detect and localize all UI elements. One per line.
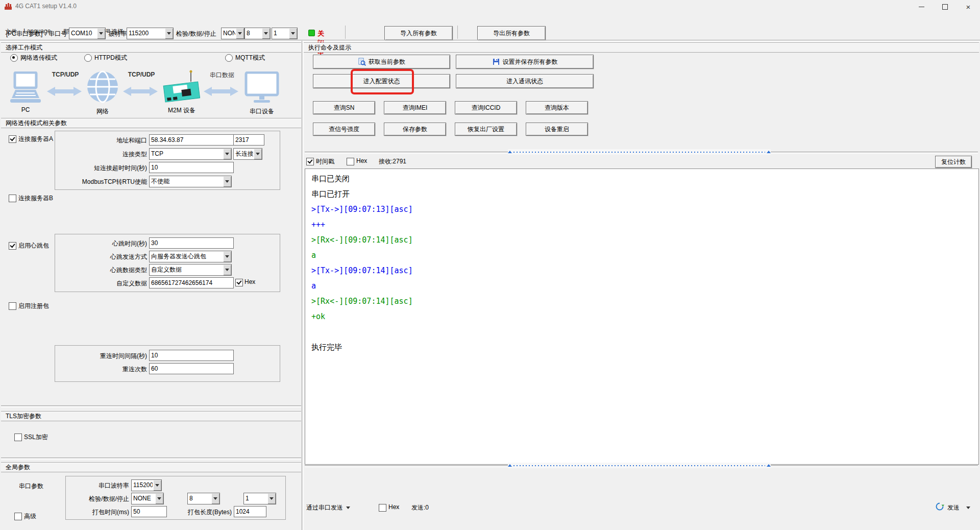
chevron-down-icon[interactable] <box>211 493 219 504</box>
import-params-button[interactable]: 导入所有参数 <box>384 26 453 40</box>
chevron-down-icon[interactable] <box>262 28 270 39</box>
log-hex-checkbox[interactable] <box>347 158 354 165</box>
chevron-down-icon[interactable] <box>254 149 262 159</box>
factory-reset-button[interactable]: 恢复出厂设置 <box>455 123 517 136</box>
baud-label: 波特率 <box>109 30 127 38</box>
send-button[interactable]: 发送 <box>947 503 960 512</box>
serial-baud-select[interactable]: 115200 <box>131 479 162 491</box>
server-port-input[interactable]: 2317 <box>233 134 264 146</box>
radio-httpd-mode[interactable] <box>84 54 92 62</box>
radio-mqtt-mode[interactable] <box>225 54 233 62</box>
log-line: +++ <box>311 220 325 229</box>
stopbits-select[interactable]: 1 <box>272 28 298 39</box>
save-params-button[interactable]: 保存参数 <box>384 123 446 136</box>
left-right-arrow-icon <box>121 86 159 97</box>
chevron-down-icon[interactable] <box>236 28 244 39</box>
packtime-input[interactable]: 50 <box>131 506 167 517</box>
baud-select[interactable]: 115200 <box>127 28 174 39</box>
send-channel-label: 通过串口发送 <box>306 503 343 512</box>
server-address-input[interactable]: 58.34.63.87 <box>149 134 234 146</box>
register-checkbox[interactable] <box>9 302 16 310</box>
heartbeat-type-select[interactable]: 自定义数据 <box>149 264 232 276</box>
splitter-handle[interactable] <box>508 149 771 155</box>
heartbeat-dest-select[interactable]: 向服务器发送心跳包 <box>149 251 232 262</box>
chevron-down-icon[interactable] <box>223 149 231 159</box>
device-reboot-button[interactable]: 设备重启 <box>526 123 588 136</box>
export-params-button[interactable]: 导出所有参数 <box>477 26 546 40</box>
serial-parity-select[interactable]: NONE <box>131 493 164 504</box>
chevron-down-icon[interactable] <box>153 480 161 491</box>
modbus-rtu-select[interactable]: 不使能 <box>149 176 232 187</box>
get-params-button[interactable]: 获取当前参数 <box>313 55 450 69</box>
chevron-down-icon[interactable] <box>966 507 970 509</box>
reconnect-interval-label: 重连时间间隔(秒) <box>56 352 147 360</box>
log-textarea[interactable]: 串口已关闭串口已打开>[Tx->][09:07:13][asc]+++>[Rx<… <box>305 168 979 465</box>
enter-comm-button[interactable]: 进入通讯状态 <box>456 74 594 88</box>
section-tls: TLS加密参数 <box>1 412 301 421</box>
short-conn-timeout-input[interactable]: 10 <box>149 162 234 173</box>
server-a-checkbox[interactable] <box>9 135 16 143</box>
radio-transparent-mode[interactable] <box>10 54 18 62</box>
chevron-down-icon[interactable] <box>165 28 173 39</box>
server-b-label: 连接服务器B <box>18 194 53 203</box>
parity-select[interactable]: NONE <box>221 28 244 39</box>
query-version-button[interactable]: 查询版本 <box>526 101 588 114</box>
radio-mqtt-label: MQTT模式 <box>235 54 265 62</box>
send-channel-dropdown[interactable]: 通过串口发送 <box>306 503 350 512</box>
serial-databits-select[interactable]: 8 <box>187 493 220 504</box>
heartbeat-hex-checkbox[interactable] <box>235 279 243 286</box>
chevron-down-icon[interactable] <box>223 251 231 262</box>
section-global: 全局参数 <box>1 463 301 472</box>
conn-keep-select[interactable]: 长连接 <box>233 148 262 160</box>
close-icon[interactable]: × <box>957 0 980 13</box>
short-conn-timeout-label: 短连接超时时间(秒) <box>56 164 147 173</box>
reset-counter-button[interactable]: 复位计数 <box>935 156 972 168</box>
ssl-checkbox[interactable] <box>14 433 22 441</box>
annotation-highlight <box>351 69 414 94</box>
diagram-link1-label: TCP/UDP <box>47 71 84 78</box>
chevron-down-icon[interactable] <box>267 493 276 504</box>
databits-select[interactable]: 8 <box>244 28 271 39</box>
query-sn-button[interactable]: 查询SN <box>313 101 375 114</box>
send-hex-checkbox[interactable] <box>379 504 386 512</box>
server-b-checkbox[interactable] <box>9 195 16 202</box>
query-iccid-button[interactable]: 查询ICCID <box>455 101 517 114</box>
log-line: a <box>311 251 316 260</box>
collapse-arrow-icon <box>767 464 771 467</box>
query-imei-button[interactable]: 查询IMEI <box>384 101 446 114</box>
radio-httpd-label: HTTPD模式 <box>94 54 127 62</box>
diagram-node-network-label: 网络 <box>85 107 120 116</box>
com-port-select[interactable]: COM10 <box>69 28 106 39</box>
reconnect-interval-input[interactable]: 10 <box>149 350 234 361</box>
set-save-params-button[interactable]: 设置并保存所有参数 <box>456 55 594 69</box>
refresh-send-icon[interactable] <box>935 502 944 511</box>
chevron-down-icon[interactable] <box>289 28 297 39</box>
search-doc-icon <box>358 58 366 66</box>
reconnect-count-input[interactable]: 60 <box>149 363 234 374</box>
timestamp-checkbox[interactable] <box>306 158 314 165</box>
serial-stopbits-select[interactable]: 1 <box>243 493 276 504</box>
packlen-input[interactable]: 1024 <box>234 506 266 517</box>
packtime-label: 打包时间(ms) <box>67 508 129 517</box>
splitter-handle[interactable] <box>508 463 771 468</box>
heartbeat-time-input[interactable]: 30 <box>149 237 234 249</box>
pc-serial-label: [PC串口参数]：串口号 <box>6 30 67 38</box>
chevron-down-icon[interactable] <box>155 493 163 504</box>
minimize-icon[interactable] <box>910 0 933 13</box>
window-title: 4G CAT1 setup V1.4.0 <box>15 3 77 10</box>
log-line: >[Tx->][09:07:13][asc] <box>311 205 413 214</box>
conn-type-select[interactable]: TCP <box>149 148 232 160</box>
log-line: 串口已打开 <box>311 189 350 199</box>
chevron-down-icon[interactable] <box>223 176 231 187</box>
chevron-down-icon[interactable] <box>223 264 231 275</box>
pc-laptop-icon <box>8 71 43 104</box>
diagram-link3-label: 串口数据 <box>202 71 242 80</box>
chevron-down-icon[interactable] <box>97 28 105 39</box>
custom-data-input[interactable]: 686561727462656174 <box>149 277 234 288</box>
heartbeat-checkbox[interactable] <box>9 242 16 250</box>
collapse-arrow-icon <box>767 151 771 153</box>
advanced-checkbox[interactable] <box>14 513 22 520</box>
left-right-arrow-icon <box>201 86 241 97</box>
maximize-icon[interactable] <box>933 0 957 13</box>
query-signal-button[interactable]: 查信号强度 <box>313 123 375 136</box>
